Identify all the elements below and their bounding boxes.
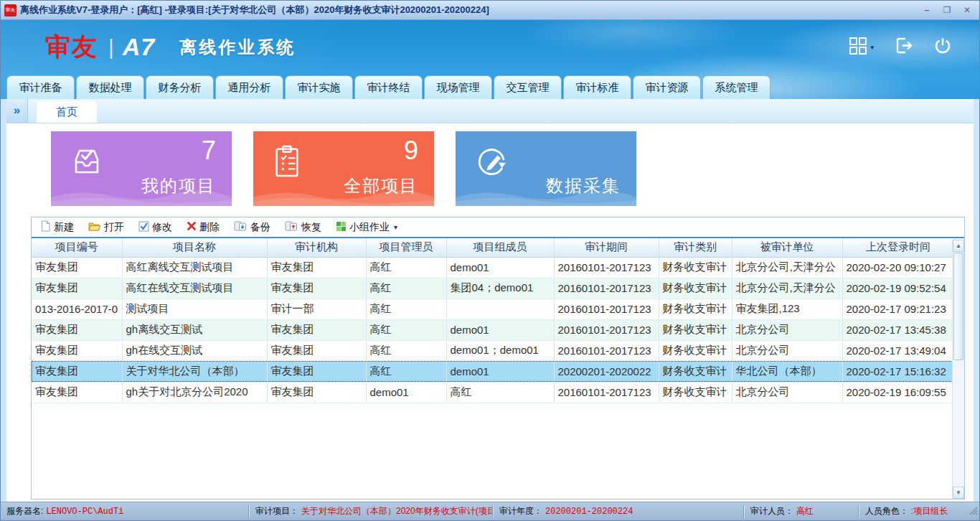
table-vscrollbar[interactable]: ▲ ▼ bbox=[952, 240, 964, 499]
restore-icon bbox=[285, 220, 298, 234]
toolbar-button-7[interactable]: 小组作业▾ bbox=[336, 221, 397, 234]
auditor-value: 高红 bbox=[796, 505, 814, 517]
power-button[interactable] bbox=[933, 37, 952, 58]
status-bar: 服务器名: LENOVO-PC\AudTi 审计项目： 关于对华北公司（本部）2… bbox=[1, 502, 979, 520]
table-cell: 财务收支审计 bbox=[659, 319, 732, 340]
logout-icon bbox=[894, 36, 913, 58]
column-header[interactable]: 项目管理员 bbox=[366, 238, 446, 257]
open-folder-icon bbox=[88, 221, 101, 234]
menu-tab-1[interactable]: 审计准备 bbox=[6, 75, 75, 99]
menu-tab-11[interactable]: 系统管理 bbox=[702, 75, 771, 99]
column-header[interactable]: 被审计单位 bbox=[732, 238, 842, 257]
audit-project-value: 关于对华北公司（本部）2020年财务收支审计(项目编号:审友集团-2020-01… bbox=[301, 505, 492, 517]
card-all-projects[interactable]: 9全部项目 bbox=[253, 131, 434, 206]
product-name: 离线作业系统 bbox=[179, 36, 296, 59]
dropdown-caret-icon[interactable]: ▾ bbox=[394, 223, 397, 231]
home-content: 7我的项目9全部项目数据采集 新建打开修改删除备份恢复小组作业▾ 项目编号项目名… bbox=[6, 123, 974, 502]
table-cell: 高红 bbox=[366, 361, 446, 382]
chevron-right-icon: » bbox=[14, 103, 20, 118]
table-cell: demo01；demo01 bbox=[446, 340, 554, 361]
card-my-projects[interactable]: 7我的项目 bbox=[51, 131, 232, 206]
column-header[interactable]: 项目组成员 bbox=[446, 238, 554, 257]
column-header[interactable]: 上次登录时间 bbox=[842, 238, 954, 257]
edit-checkbox-icon bbox=[138, 221, 149, 234]
table-row-1[interactable]: 审友集团高红离线交互测试项目审友集团高红demo0120160101-20171… bbox=[32, 257, 954, 278]
close-button[interactable]: ✕ bbox=[958, 4, 976, 17]
scroll-down-button[interactable]: ▼ bbox=[953, 487, 964, 499]
menu-tab-5[interactable]: 审计实施 bbox=[285, 75, 353, 99]
table-cell: demo01 bbox=[446, 361, 554, 382]
restore-button[interactable]: ❐ bbox=[938, 4, 956, 17]
table-cell: gh在线交互测试 bbox=[122, 340, 267, 361]
project-table: 项目编号项目名称审计机构项目管理员项目组成员审计期间审计类别被审计单位上次登录时… bbox=[32, 238, 955, 403]
column-header[interactable]: 审计类别 bbox=[659, 238, 732, 257]
column-header[interactable]: 审计期间 bbox=[554, 238, 659, 257]
table-cell: 2020-02-17 15:16:32 bbox=[842, 361, 954, 382]
table-cell: 集团04；demo01 bbox=[446, 278, 554, 299]
menu-tab-4[interactable]: 通用分析 bbox=[215, 75, 283, 99]
table-row-6[interactable]: 审友集团关于对华北公司（本部）审友集团高红demo0120200201-2020… bbox=[32, 361, 954, 382]
table-row-4[interactable]: 审友集团gh离线交互测试审友集团高红demo0120160101-2017123… bbox=[32, 319, 954, 340]
column-header[interactable]: 项目编号 bbox=[32, 238, 122, 257]
scroll-up-button[interactable]: ▲ bbox=[953, 240, 964, 252]
table-cell: 财务收支审计 bbox=[659, 340, 732, 361]
menu-tab-2[interactable]: 数据处理 bbox=[76, 75, 144, 99]
menu-tab-8[interactable]: 交互管理 bbox=[494, 75, 562, 99]
table-cell: 审友集团 bbox=[32, 319, 122, 340]
table-cell: 财务收支审计 bbox=[659, 257, 732, 278]
resize-grip-icon[interactable] bbox=[968, 505, 978, 517]
toolbar-button-4[interactable]: 删除 bbox=[187, 221, 220, 234]
table-row-7[interactable]: 审友集团gh关于对北京分公司2020审友集团demo01高红20160101-2… bbox=[32, 382, 954, 403]
table-row-2[interactable]: 审友集团高红在线交互测试项目审友集团高红集团04；demo0120160101-… bbox=[32, 278, 954, 299]
table-cell: 审友集团 bbox=[267, 257, 366, 278]
table-cell: 2020-02-19 16:09:55 bbox=[842, 382, 954, 403]
column-header[interactable]: 项目名称 bbox=[122, 238, 267, 257]
menu-tab-3[interactable]: 财务分析 bbox=[146, 75, 214, 99]
scroll-thumb[interactable] bbox=[953, 253, 963, 360]
toolbar-button-5[interactable]: 备份 bbox=[234, 220, 270, 234]
toolbar-button-3[interactable]: 修改 bbox=[138, 221, 172, 234]
table-cell: 20160101-2017123 bbox=[554, 257, 659, 278]
table-cell: 20160101-2017123 bbox=[554, 382, 659, 403]
menu-tab-6[interactable]: 审计终结 bbox=[354, 75, 423, 99]
table-cell bbox=[446, 299, 554, 319]
table-cell: 高红 bbox=[366, 340, 446, 361]
card-data-collection[interactable]: 数据采集 bbox=[456, 131, 636, 206]
table-cell: 2020-02-17 13:45:38 bbox=[842, 319, 954, 340]
table-cell: 北京分公司 bbox=[732, 319, 842, 340]
table-cell: 2020-02-17 09:21:23 bbox=[842, 299, 954, 319]
table-row-5[interactable]: 审友集团gh在线交互测试审友集团高红demo01；demo0120160101-… bbox=[32, 340, 954, 361]
menu-tab-7[interactable]: 现场管理 bbox=[424, 75, 492, 99]
table-cell: 审友集团 bbox=[267, 340, 366, 361]
clipboard-list-icon bbox=[272, 144, 302, 182]
menu-tab-10[interactable]: 审计资源 bbox=[633, 75, 701, 99]
toolbar-button-6[interactable]: 恢复 bbox=[285, 220, 321, 234]
apps-grid-button[interactable]: ▾ bbox=[849, 37, 874, 58]
delete-x-icon bbox=[187, 221, 197, 233]
table-cell: 2020-02-19 09:52:54 bbox=[842, 278, 954, 299]
minimize-button[interactable]: – bbox=[918, 4, 936, 17]
table-row-3[interactable]: 013-2016-2017-0测试项目审计一部高红20160101-201712… bbox=[32, 299, 954, 319]
new-document-icon bbox=[40, 220, 51, 234]
menu-tab-9[interactable]: 审计标准 bbox=[563, 75, 631, 99]
table-cell: 北京分公司 bbox=[732, 340, 842, 361]
column-header[interactable]: 审计机构 bbox=[267, 238, 366, 257]
table-cell: 20160101-2017123 bbox=[554, 340, 659, 361]
table-cell: 关于对华北公司（本部） bbox=[122, 361, 267, 382]
grid-icon bbox=[849, 37, 867, 58]
table-cell: 高红 bbox=[366, 319, 446, 340]
logout-button[interactable] bbox=[894, 36, 913, 58]
backup-icon bbox=[234, 220, 248, 234]
table-cell: 20200201-2020022 bbox=[554, 361, 659, 382]
toolbar-button-2[interactable]: 打开 bbox=[88, 221, 124, 234]
brand-name: 审友 bbox=[45, 30, 98, 64]
brand-version: A7 bbox=[123, 33, 155, 61]
table-cell: demo01 bbox=[446, 257, 554, 278]
tab-scroll-button[interactable]: » bbox=[6, 98, 28, 123]
server-value: LENOVO-PC\AudTi bbox=[46, 507, 123, 517]
table-cell: 审友集团 bbox=[267, 278, 366, 299]
table-cell: demo01 bbox=[446, 319, 554, 340]
group-work-icon bbox=[336, 221, 347, 234]
toolbar-button-1[interactable]: 新建 bbox=[40, 220, 74, 234]
tab-home[interactable]: 首页 bbox=[37, 101, 97, 123]
